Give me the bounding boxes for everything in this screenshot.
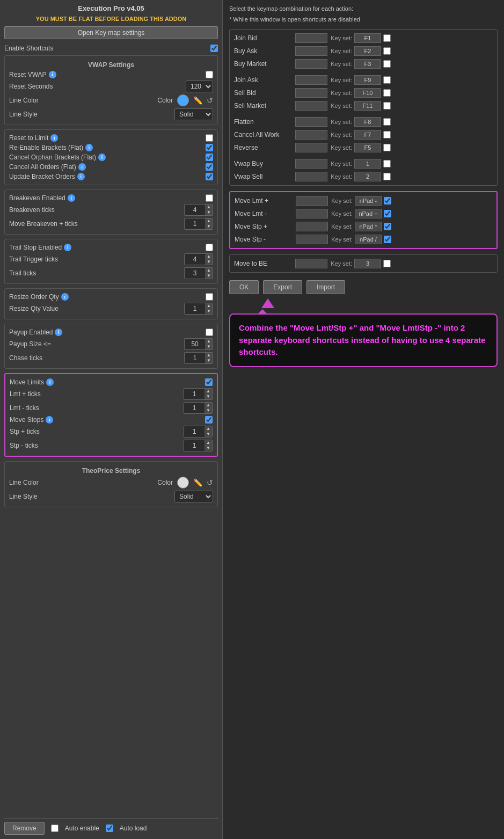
breakeven-ticks-down[interactable]: ▼ bbox=[205, 210, 213, 215]
reenable-brackets-checkbox[interactable] bbox=[206, 144, 213, 151]
vwap-buy-input[interactable] bbox=[295, 159, 327, 169]
reset-vwap-info-icon[interactable]: i bbox=[49, 71, 56, 78]
resize-value-down[interactable]: ▼ bbox=[205, 309, 213, 314]
sell-bid-checkbox[interactable] bbox=[383, 89, 391, 97]
chase-ticks-up[interactable]: ▲ bbox=[205, 353, 213, 358]
sell-market-input[interactable] bbox=[295, 101, 327, 111]
cancel-all-orders-checkbox[interactable] bbox=[206, 163, 213, 171]
move-breakeven-input[interactable] bbox=[185, 219, 205, 229]
auto-enable-checkbox[interactable] bbox=[51, 825, 59, 832]
join-ask-input[interactable] bbox=[295, 75, 327, 85]
vwap-buy-key[interactable] bbox=[354, 159, 381, 169]
update-bracket-checkbox[interactable] bbox=[206, 173, 213, 180]
vwap-line-style-select[interactable]: Solid Dashed Dotted bbox=[174, 108, 213, 120]
stp-minus-up[interactable]: ▲ bbox=[204, 440, 212, 446]
move-lmt-minus-checkbox[interactable] bbox=[384, 210, 391, 217]
open-keymap-button[interactable]: Open Key map settings bbox=[4, 26, 218, 39]
reverse-input[interactable] bbox=[295, 143, 327, 152]
stp-minus-down[interactable]: ▼ bbox=[204, 446, 212, 451]
resize-value-up[interactable]: ▲ bbox=[205, 303, 213, 309]
update-bracket-info-icon[interactable]: i bbox=[77, 173, 85, 180]
move-be-input[interactable] bbox=[295, 259, 327, 268]
chase-ticks-down[interactable]: ▼ bbox=[205, 358, 213, 363]
resize-value-input[interactable] bbox=[185, 304, 205, 313]
vwap-color-swatch[interactable] bbox=[177, 94, 189, 106]
vwap-reset-icon[interactable]: ↺ bbox=[207, 96, 213, 105]
move-stp-plus-checkbox[interactable] bbox=[384, 223, 391, 230]
move-lmt-plus-input[interactable] bbox=[296, 196, 328, 206]
move-stp-minus-checkbox[interactable] bbox=[384, 236, 391, 243]
buy-market-key[interactable] bbox=[354, 59, 381, 69]
move-be-key[interactable] bbox=[354, 259, 381, 268]
lmt-minus-up[interactable]: ▲ bbox=[204, 403, 212, 408]
payup-size-input[interactable] bbox=[185, 339, 205, 349]
vwap-sell-checkbox[interactable] bbox=[383, 173, 391, 180]
reverse-key[interactable] bbox=[354, 143, 381, 152]
lmt-minus-input[interactable] bbox=[184, 403, 204, 413]
reset-to-limit-info-icon[interactable]: i bbox=[50, 134, 58, 142]
join-bid-key[interactable] bbox=[354, 33, 381, 43]
resize-checkbox[interactable] bbox=[206, 293, 213, 301]
buy-market-input[interactable] bbox=[295, 59, 327, 69]
trail-trigger-down[interactable]: ▼ bbox=[205, 259, 213, 265]
trail-ticks-up[interactable]: ▲ bbox=[205, 268, 213, 273]
payup-enabled-info-icon[interactable]: i bbox=[55, 329, 62, 336]
stp-minus-input[interactable] bbox=[184, 441, 204, 450]
vwap-sell-key[interactable] bbox=[354, 172, 381, 181]
join-ask-key[interactable] bbox=[354, 75, 381, 85]
breakeven-ticks-input[interactable] bbox=[185, 205, 205, 215]
breakeven-enabled-checkbox[interactable] bbox=[206, 194, 213, 202]
payup-enabled-checkbox[interactable] bbox=[206, 329, 213, 336]
buy-ask-key[interactable] bbox=[354, 46, 381, 56]
auto-load-checkbox[interactable] bbox=[106, 825, 113, 832]
join-bid-input[interactable] bbox=[295, 33, 327, 43]
export-button[interactable]: Export bbox=[263, 280, 302, 294]
join-bid-checkbox[interactable] bbox=[383, 34, 391, 42]
move-lmt-plus-key[interactable] bbox=[355, 196, 382, 206]
theo-edit-icon[interactable]: ✏️ bbox=[193, 478, 202, 487]
theo-line-style-select[interactable]: Solid Dashed Dotted bbox=[174, 491, 213, 502]
move-limits-info-icon[interactable]: i bbox=[46, 378, 54, 386]
trail-trigger-input[interactable] bbox=[185, 254, 205, 264]
import-button[interactable]: Import bbox=[306, 280, 345, 294]
move-stops-checkbox[interactable] bbox=[205, 416, 213, 424]
reset-to-limit-checkbox[interactable] bbox=[206, 134, 213, 142]
reset-vwap-checkbox[interactable] bbox=[206, 71, 213, 78]
ok-button[interactable]: OK bbox=[229, 280, 259, 294]
trail-enabled-info-icon[interactable]: i bbox=[64, 244, 71, 251]
theo-reset-icon[interactable]: ↺ bbox=[207, 478, 213, 487]
cancel-orphan-info-icon[interactable]: i bbox=[98, 154, 106, 161]
lmt-minus-down[interactable]: ▼ bbox=[204, 408, 212, 413]
reverse-checkbox[interactable] bbox=[383, 144, 391, 151]
cancel-all-work-key[interactable] bbox=[354, 130, 381, 140]
sell-market-key[interactable] bbox=[354, 101, 381, 111]
sell-bid-key[interactable] bbox=[354, 88, 381, 98]
sell-bid-input[interactable] bbox=[295, 88, 327, 98]
flatten-key[interactable] bbox=[354, 117, 381, 127]
stp-plus-down[interactable]: ▼ bbox=[204, 432, 212, 437]
move-lmt-minus-key[interactable] bbox=[355, 209, 382, 218]
reenable-brackets-info-icon[interactable]: i bbox=[85, 144, 93, 151]
trail-ticks-down[interactable]: ▼ bbox=[205, 273, 213, 279]
chase-ticks-input[interactable] bbox=[185, 353, 205, 363]
enable-shortcuts-checkbox[interactable] bbox=[210, 45, 218, 52]
buy-ask-input[interactable] bbox=[295, 46, 327, 56]
trail-ticks-input[interactable] bbox=[185, 268, 205, 278]
move-be-checkbox[interactable] bbox=[383, 260, 391, 267]
buy-market-checkbox[interactable] bbox=[383, 60, 391, 68]
lmt-plus-input[interactable] bbox=[184, 389, 204, 399]
buy-ask-checkbox[interactable] bbox=[383, 47, 391, 55]
flatten-checkbox[interactable] bbox=[383, 118, 391, 126]
breakeven-enabled-info-icon[interactable]: i bbox=[68, 194, 75, 202]
move-stp-plus-key[interactable] bbox=[355, 222, 382, 231]
remove-button[interactable]: Remove bbox=[4, 822, 45, 835]
move-stp-minus-input[interactable] bbox=[296, 235, 328, 244]
vwap-sell-input[interactable] bbox=[295, 172, 327, 181]
move-lmt-minus-input[interactable] bbox=[296, 209, 328, 218]
move-breakeven-down[interactable]: ▼ bbox=[205, 224, 213, 229]
move-stops-info-icon[interactable]: i bbox=[46, 416, 53, 424]
stp-plus-input[interactable] bbox=[184, 427, 204, 436]
reset-seconds-select[interactable]: 120 60 30 bbox=[186, 81, 213, 92]
cancel-all-work-input[interactable] bbox=[295, 130, 327, 140]
move-breakeven-up[interactable]: ▲ bbox=[205, 218, 213, 224]
